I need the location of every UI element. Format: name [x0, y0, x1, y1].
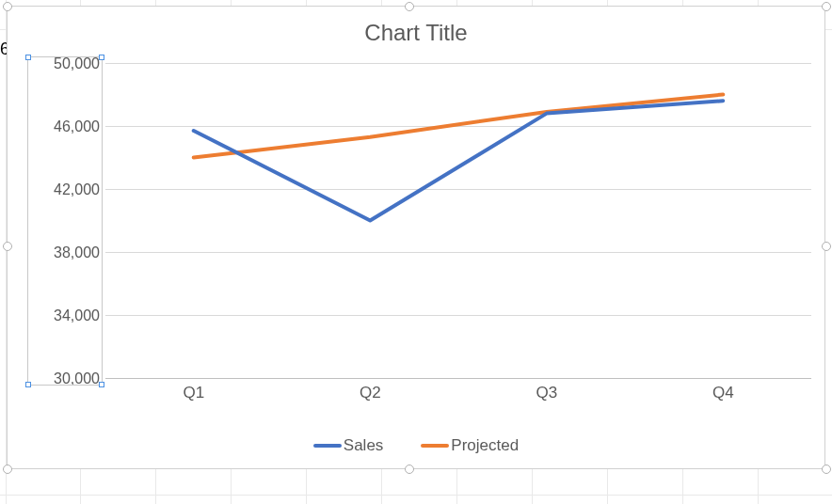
- resize-handle-nw[interactable]: [3, 2, 12, 11]
- chart-legend[interactable]: Sales Projected: [8, 436, 824, 455]
- legend-item-sales[interactable]: Sales: [313, 436, 384, 455]
- legend-label: Projected: [451, 436, 519, 455]
- x-tick-label: Q4: [712, 384, 734, 402]
- x-tick-label: Q2: [360, 384, 381, 402]
- y-axis-selection[interactable]: [27, 56, 103, 386]
- axis-sel-handle[interactable]: [99, 382, 104, 387]
- legend-item-projected[interactable]: Projected: [421, 436, 519, 455]
- resize-handle-sw[interactable]: [3, 465, 12, 474]
- chart-lines: [105, 63, 811, 378]
- resize-handle-s[interactable]: [405, 465, 414, 474]
- resize-handle-ne[interactable]: [822, 2, 831, 11]
- resize-handle-n[interactable]: [405, 2, 414, 11]
- x-tick-label: Q1: [183, 384, 204, 402]
- axis-sel-handle[interactable]: [25, 55, 31, 60]
- resize-handle-w[interactable]: [3, 242, 12, 251]
- x-tick-label: Q3: [536, 384, 557, 402]
- resize-handle-e[interactable]: [822, 242, 831, 251]
- plot-area[interactable]: 30,000 34,000 38,000 42,000 46,000 50,00…: [105, 63, 811, 378]
- resize-handle-se[interactable]: [822, 465, 831, 474]
- axis-sel-handle[interactable]: [99, 55, 104, 60]
- axis-sel-handle[interactable]: [25, 382, 31, 387]
- legend-swatch-icon: [313, 444, 342, 448]
- chart-object[interactable]: Chart Title 30,000 34,000 38,000 42,000 …: [7, 6, 825, 469]
- legend-label: Sales: [344, 436, 384, 455]
- series-sales-line[interactable]: [194, 101, 724, 220]
- legend-swatch-icon: [421, 444, 449, 448]
- chart-title[interactable]: Chart Title: [8, 20, 824, 46]
- series-projected-line[interactable]: [194, 95, 724, 158]
